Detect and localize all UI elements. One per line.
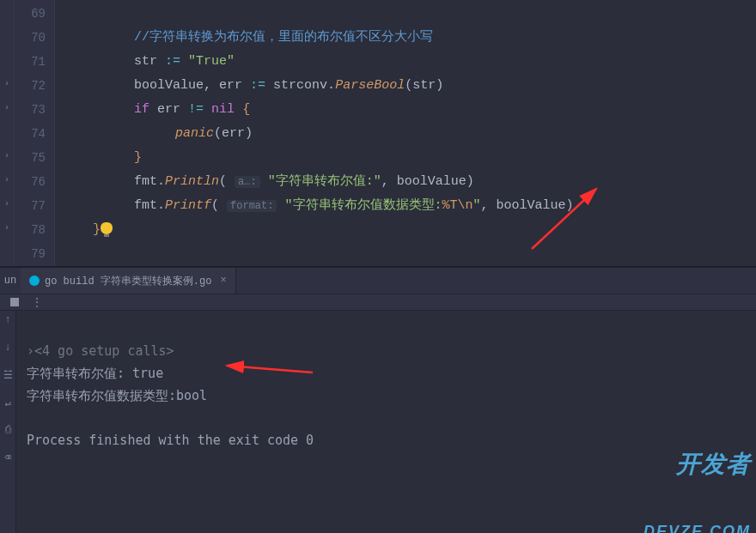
watermark-text: 开发者 [643,453,751,475]
run-panel-tabs: un go build 字符串类型转换案例.go × [0,268,756,294]
format-verb: %T\n [442,198,473,213]
svg-line-1 [227,366,313,372]
ide-window: › › › › › › 69 70 71 72 73 74 75 76 77 7… [0,0,756,533]
line-number: 78 [15,218,54,242]
down-icon[interactable]: ↓ [2,342,14,354]
string-literal: "字符串转布尔值:" [268,174,381,189]
fold-icon[interactable]: › [0,216,14,240]
console-line: Process finished with the exit code 0 [27,433,314,448]
code-line[interactable]: } [72,218,756,242]
fold-icon[interactable] [0,24,14,48]
inlay-hint: a…: [235,176,260,188]
code-line[interactable]: str := "True" [72,50,756,74]
tab-go-build[interactable]: go build 字符串类型转换案例.go × [21,268,236,294]
code-line[interactable] [72,242,756,266]
line-number: 76 [15,170,54,194]
identifier: err [157,102,180,117]
argument: str [412,78,436,93]
stop-icon [10,298,19,306]
line-number: 77 [15,194,54,218]
fold-icon[interactable]: › [0,96,14,120]
console-line: <4 go setup calls> [34,343,174,359]
line-number: 70 [15,26,54,50]
fold-icon[interactable]: › [0,168,14,192]
fold-icon[interactable]: › [0,192,14,216]
fold-chevron-icon[interactable]: › [27,343,34,359]
more-actions-button[interactable] [29,294,45,310]
code-line[interactable]: panic(err) [72,122,756,146]
function-call: Printf [165,198,211,213]
string-literal: "True" [188,54,235,69]
line-number: 75 [15,146,54,170]
keyword: nil [211,102,235,117]
function-call: ParseBool [335,78,405,93]
up-icon[interactable]: ↑ [2,314,14,326]
function-call: Println [165,174,219,189]
fold-icon[interactable] [0,48,14,72]
code-line[interactable]: fmt.Printf( format: "字符串转布尔值数据类型:%T\n", … [72,194,756,218]
code-line[interactable] [72,2,756,26]
fold-icon[interactable]: › [0,144,14,168]
tab-label: go build 字符串类型转换案例.go [45,274,211,288]
line-number: 79 [15,242,54,266]
argument: err [222,126,245,141]
annotation-arrow-icon [218,355,321,381]
code-line[interactable]: } [72,146,756,170]
line-number: 74 [15,122,54,146]
line-number: 71 [15,50,54,74]
wrap-icon[interactable]: ↵ [2,397,14,409]
print-icon[interactable]: ⎙ [2,424,14,436]
line-number: 69 [15,2,54,26]
console-output[interactable]: ›<4 go setup calls> 字符串转布尔值: true 字符串转布尔… [16,311,756,533]
keyword: if [134,102,149,117]
identifier: err [219,78,242,93]
code-area[interactable]: //字符串转换为布尔值，里面的布尔值不区分大小写 str := "True" b… [55,0,756,266]
console-panel: ↑ ↓ ☱ ↵ ⎙ ⌫ ›<4 go setup calls> 字符串转布尔值:… [0,311,756,533]
operator: := [165,54,180,69]
fold-icon[interactable] [0,120,14,144]
code-line[interactable]: fmt.Println( a…: "字符串转布尔值:", boolValue) [72,170,756,194]
string-literal: "字符串转布尔值数据类型: [285,198,442,213]
fold-gutter: › › › › › › [0,0,15,266]
tab-run[interactable]: un [0,275,21,287]
package-name: strconv [273,78,327,93]
console-line: 字符串转布尔值数据类型:bool [27,388,207,403]
argument: boolValue [397,174,466,189]
identifier: boolValue [134,78,204,93]
intention-bulb-icon[interactable] [101,222,113,234]
inlay-hint: format: [227,200,277,212]
operator: := [250,78,265,93]
go-icon [29,276,40,286]
argument: boolValue [497,198,566,213]
code-line[interactable]: boolValue, err := strconv.ParseBool(str) [72,74,756,98]
code-editor[interactable]: › › › › › › 69 70 71 72 73 74 75 76 77 7… [0,0,756,266]
package-name: fmt [134,198,157,213]
comment-text: //字符串转换为布尔值，里面的布尔值不区分大小写 [134,30,433,45]
fold-icon[interactable] [0,0,14,24]
console-line: 字符串转布尔值: true [27,366,163,381]
stop-button[interactable] [7,294,22,310]
code-line[interactable]: if err != nil { [72,98,756,122]
close-icon[interactable]: × [220,275,226,287]
package-name: fmt [134,174,157,189]
operator: != [188,102,204,117]
identifier: str [134,54,157,69]
watermark-subtext: DEVZE.COM [643,520,751,533]
watermark: 开发者 DEVZE.COM [643,409,751,533]
run-toolbar [0,294,756,311]
console-toolbar: ↑ ↓ ☱ ↵ ⎙ ⌫ [0,311,16,533]
line-number-gutter: 69 70 71 72 73 74 75 76 77 78 79 [15,0,55,266]
code-line[interactable]: //字符串转换为布尔值，里面的布尔值不区分大小写 [72,26,756,50]
function-call: panic [175,126,214,141]
clear-icon[interactable]: ⌫ [2,451,14,463]
line-number: 72 [15,74,54,98]
string-literal: " [473,198,481,213]
fold-icon[interactable]: › [0,72,14,96]
filter-icon[interactable]: ☱ [2,369,14,381]
line-number: 73 [15,98,54,122]
